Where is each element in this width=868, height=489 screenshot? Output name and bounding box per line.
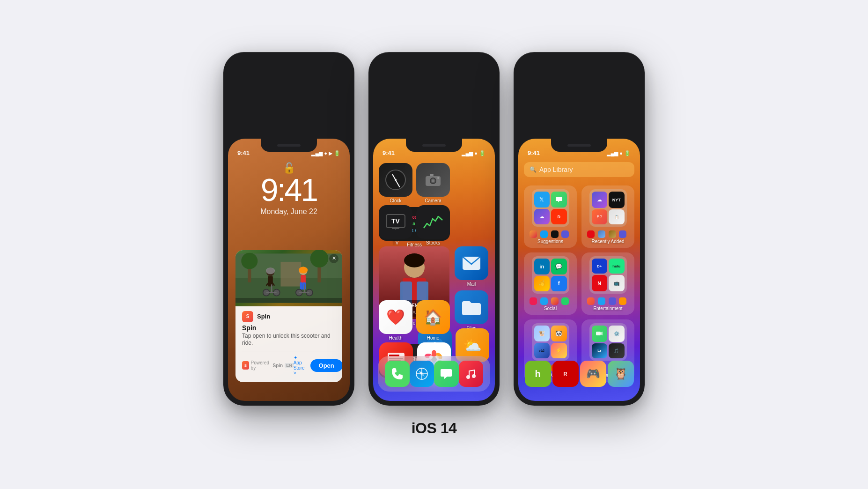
phone1-screen: 9:41 ▂▄▆ ● ▶ 🔋 🔓 9:41 Monday, June 22 bbox=[228, 139, 350, 401]
stocks-app-cell[interactable]: Stocks bbox=[416, 205, 450, 245]
messages-dock-icon[interactable] bbox=[434, 361, 459, 387]
r3 bbox=[609, 230, 616, 238]
creativity2-icon: ⚙️ bbox=[609, 326, 625, 342]
phone2-screen: 9:41 ▂▄▆ ● 🔋 bbox=[373, 139, 495, 401]
safari-dock-icon[interactable] bbox=[410, 361, 434, 387]
notif-header: S Spin bbox=[242, 311, 336, 322]
library-grid: 𝕏 ☁ D Suggestions bbox=[524, 185, 634, 382]
r4 bbox=[619, 230, 626, 238]
svg-rect-18 bbox=[300, 282, 303, 290]
tv-label: TV bbox=[393, 240, 399, 245]
mail-app-cell[interactable]: Mail bbox=[454, 246, 489, 287]
volume-up-button[interactable] bbox=[228, 68, 229, 87]
houzz-icon: h bbox=[525, 361, 551, 387]
notif-powered-by: S Powered by Spin EN bbox=[242, 360, 294, 370]
music-dock-icon[interactable] bbox=[459, 361, 484, 387]
speaker bbox=[277, 144, 301, 147]
mail-label: Mail bbox=[467, 282, 476, 287]
lock-time: 9:41 Monday, June 22 bbox=[260, 174, 317, 216]
volume-down-button[interactable] bbox=[228, 87, 229, 106]
instagram-small bbox=[530, 230, 537, 238]
volume-down-button[interactable] bbox=[373, 87, 375, 106]
power-button[interactable] bbox=[228, 106, 229, 139]
arcade-icons: 🐮 🐼 🏎 ⚡ bbox=[532, 323, 569, 361]
game1-icon: 🐮 bbox=[534, 326, 550, 341]
cloudapp-icon: ☁ bbox=[534, 209, 550, 224]
home-app-cell[interactable]: 🏠 Home bbox=[416, 300, 450, 341]
ig2-icon bbox=[551, 297, 559, 305]
phone-dock-icon[interactable] bbox=[385, 361, 410, 387]
recently-added-label: Recently Added bbox=[585, 239, 631, 244]
facetime-icon bbox=[592, 326, 608, 342]
game3-icon: 🏎 bbox=[534, 343, 550, 359]
health-emoji: ❤️ bbox=[386, 308, 405, 326]
r1 bbox=[587, 230, 595, 238]
clock-minute-hand bbox=[395, 180, 400, 187]
silent-button[interactable] bbox=[228, 57, 229, 68]
clock-label: Clock bbox=[390, 198, 401, 203]
svg-point-31 bbox=[437, 177, 439, 179]
tv-app-cell[interactable]: TV TV bbox=[379, 205, 412, 245]
mail-icon bbox=[455, 246, 488, 280]
volume-up-button[interactable] bbox=[373, 68, 375, 87]
notif-photo bbox=[235, 250, 342, 306]
redfin-cell[interactable]: R bbox=[552, 361, 579, 387]
hulu-icon: hulu bbox=[609, 259, 625, 274]
notch bbox=[406, 139, 462, 152]
dock bbox=[378, 356, 490, 392]
ent4-icon: 📺 bbox=[609, 275, 625, 291]
icon1: ☁ bbox=[592, 192, 608, 208]
game2-cell[interactable]: 🦉 bbox=[608, 361, 634, 387]
e1 bbox=[587, 297, 595, 305]
lock-notification[interactable]: ✕ S Spin Spin Tap open to unlock this sc… bbox=[235, 250, 342, 382]
app-library-search[interactable]: 🔍 App Library bbox=[524, 162, 634, 177]
suggestions-folder[interactable]: 𝕏 ☁ D Suggestions bbox=[524, 185, 577, 248]
ios-title: iOS 14 bbox=[412, 420, 457, 437]
recently-added-folder[interactable]: ☁ NYT EP 📋 Recently Adde bbox=[581, 185, 634, 248]
lock-date-display: Monday, June 22 bbox=[260, 207, 317, 216]
notif-open-button[interactable]: Open bbox=[310, 359, 342, 372]
e3 bbox=[609, 297, 616, 305]
r2 bbox=[598, 230, 605, 238]
health-app-cell[interactable]: ❤️ Health bbox=[379, 300, 412, 341]
notif-close-button[interactable]: ✕ bbox=[329, 254, 338, 263]
health-icon: ❤️ bbox=[379, 300, 412, 334]
notif-body: Tap open to unlock this scooter and ride… bbox=[242, 333, 336, 347]
svg-point-5 bbox=[310, 250, 329, 267]
power-button[interactable] bbox=[518, 106, 520, 139]
power-button[interactable] bbox=[373, 106, 375, 139]
phone-lockscreen: 9:41 ▂▄▆ ● ▶ 🔋 🔓 9:41 Monday, June 22 bbox=[223, 52, 354, 406]
status-time: 9:41 bbox=[383, 149, 395, 156]
entertainment-folder[interactable]: D+ hulu N 📺 Entertainmen bbox=[581, 252, 634, 315]
phones-row: 9:41 ▂▄▆ ● ▶ 🔋 🔓 9:41 Monday, June 22 bbox=[223, 52, 645, 406]
e4 bbox=[619, 297, 626, 305]
speaker bbox=[567, 144, 591, 147]
houzz-cell[interactable]: h bbox=[525, 361, 551, 387]
health-label: Health bbox=[389, 335, 403, 341]
phone3-screen: 9:41 ▂▄▆ ● 🔋 🔍 App Library 𝕏 bbox=[518, 139, 640, 401]
camera-app-cell[interactable]: Camera bbox=[416, 163, 450, 203]
game-cell[interactable]: 🎮 bbox=[580, 361, 606, 387]
notif-app-name: Spin bbox=[257, 313, 336, 320]
silent-button[interactable] bbox=[518, 57, 520, 68]
social-folder[interactable]: in 💬 👋 f Social bbox=[524, 252, 577, 315]
clock-face bbox=[385, 170, 406, 190]
messages-icon bbox=[551, 192, 567, 207]
svg-rect-25 bbox=[235, 298, 342, 303]
notif-title: Spin bbox=[242, 324, 336, 332]
clock-app-cell[interactable]: Clock bbox=[379, 163, 412, 203]
app-store-link[interactable]: ✦ App Store > bbox=[294, 355, 305, 376]
silent-button[interactable] bbox=[373, 57, 375, 68]
home-row2: TV TV bbox=[379, 205, 489, 245]
darkapp-icon: 🎵 bbox=[609, 343, 625, 359]
notif-content: S Spin Spin Tap open to unlock this scoo… bbox=[235, 306, 342, 382]
homeapp-icon: 🏠 bbox=[416, 300, 450, 334]
icon2: NYT bbox=[609, 192, 625, 208]
volume-up-button[interactable] bbox=[518, 68, 520, 87]
icon4: 📋 bbox=[609, 209, 625, 224]
svg-point-29 bbox=[432, 179, 434, 182]
facebook-icon: f bbox=[551, 276, 567, 292]
status-time: 9:41 bbox=[528, 149, 540, 156]
volume-down-button[interactable] bbox=[518, 87, 520, 106]
icon3: EP bbox=[592, 209, 608, 224]
